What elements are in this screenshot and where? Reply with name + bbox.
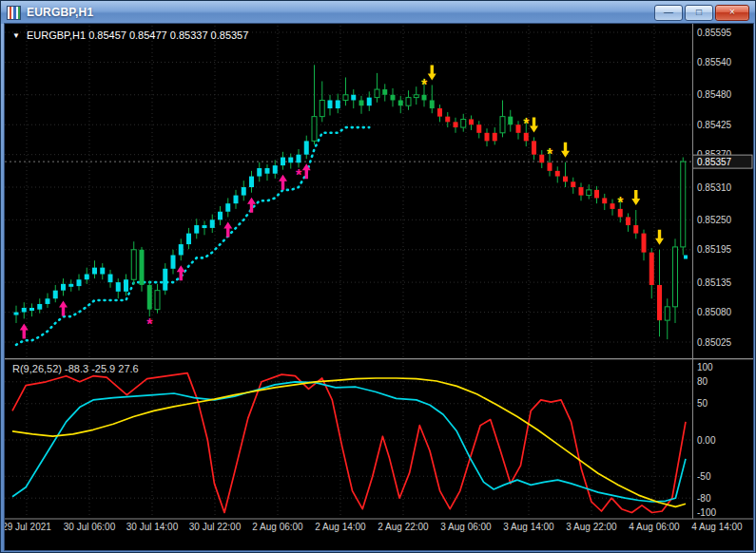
candle-body xyxy=(563,177,568,182)
candle-body xyxy=(328,100,333,108)
candle-body xyxy=(642,234,647,253)
candle-body xyxy=(163,269,167,291)
price-axis-label: 0.85135 xyxy=(697,277,732,288)
candle-body xyxy=(539,155,544,163)
candle-body xyxy=(673,247,678,307)
time-axis-label: 2 Aug 22:00 xyxy=(378,522,429,532)
candle-body xyxy=(391,95,396,101)
candle-body xyxy=(281,158,285,166)
candle-body xyxy=(249,177,254,187)
time-axis-label: 3 Aug 06:00 xyxy=(440,522,492,532)
candle-body xyxy=(587,190,591,196)
indicator-axis-label: -50 xyxy=(697,471,711,482)
indicator-axis-label: 50 xyxy=(697,398,708,409)
time-axis-label: 30 Jul 06:00 xyxy=(64,522,116,532)
time-axis-label: 4 Aug 14:00 xyxy=(691,522,743,532)
yellow-star-icon: * xyxy=(547,146,553,162)
candle-body xyxy=(14,313,19,315)
candle-body xyxy=(422,95,427,101)
candle-body xyxy=(116,282,121,292)
candle-body xyxy=(29,308,34,311)
window-titlebar[interactable]: EURGBP,H1 — □ × xyxy=(1,1,755,24)
chart-window-icon xyxy=(7,6,21,20)
mt4-chart-window: EURGBP,H1 — □ × 0.855950.855400.854800.8… xyxy=(0,0,756,553)
candle-body xyxy=(681,162,686,247)
candle-body xyxy=(594,190,599,199)
candle-body xyxy=(633,225,638,234)
sell-arrow-icon xyxy=(631,190,640,205)
candle-body xyxy=(382,89,387,95)
restore-button[interactable]: □ xyxy=(685,5,713,21)
candle-body xyxy=(124,279,128,292)
candle-body xyxy=(194,225,199,234)
candle-body xyxy=(131,250,136,279)
candle-body xyxy=(406,98,411,106)
sell-arrow-icon xyxy=(428,65,436,80)
candle-body xyxy=(77,279,82,286)
window-controls: — □ × xyxy=(654,5,749,21)
indicator-axis-label: 80 xyxy=(697,376,708,387)
candle-body xyxy=(649,253,654,285)
close-button[interactable]: × xyxy=(715,5,749,21)
candle-body xyxy=(22,308,27,313)
candle-body xyxy=(242,187,246,196)
trend-trail-line xyxy=(16,127,369,345)
buy-arrow-icon xyxy=(59,300,68,315)
candle-body xyxy=(359,100,364,105)
ohlc-info-label: EURGBP,H1 0.85457 0.85477 0.85337 0.8535… xyxy=(27,29,248,41)
indicator-axis-label: -80 xyxy=(697,493,711,504)
time-axis-label: 3 Aug 14:00 xyxy=(503,522,554,532)
candle-body xyxy=(155,291,160,310)
minimize-button[interactable]: — xyxy=(654,5,683,21)
chart-info-bar: ▼ EURGBP,H1 0.85457 0.85477 0.85337 0.85… xyxy=(12,29,248,41)
price-axis-label: 0.85540 xyxy=(697,57,732,67)
price-axis-label: 0.85025 xyxy=(697,337,732,348)
candle-body xyxy=(234,196,239,204)
price-axis-label: 0.85595 xyxy=(697,28,732,38)
indicator-axis-label: 100 xyxy=(697,362,713,372)
time-axis-label: 30 Jul 22:00 xyxy=(189,522,242,532)
candle-body xyxy=(186,234,191,244)
time-axis-label: 2 Aug 06:00 xyxy=(252,522,303,532)
candle-body xyxy=(524,133,529,142)
price-axis-label: 0.85195 xyxy=(697,244,732,255)
close-icon: × xyxy=(729,7,735,17)
candle-body xyxy=(626,217,630,225)
candle-body xyxy=(85,275,89,280)
candle-body xyxy=(140,250,145,285)
candle-body xyxy=(46,298,50,304)
indicator-line-fast xyxy=(12,373,686,513)
candle-body xyxy=(602,198,607,203)
price-axis-label: 0.85480 xyxy=(697,89,732,100)
collapse-icon[interactable]: ▼ xyxy=(12,31,20,40)
magenta-star-icon: * xyxy=(146,316,153,333)
buy-arrow-icon xyxy=(279,175,287,190)
candle-body xyxy=(179,244,184,255)
time-axis-label: 29 Jul 2021 xyxy=(5,522,51,532)
time-axis-label: 2 Aug 14:00 xyxy=(315,522,366,532)
candle-body xyxy=(53,291,58,299)
candle-body xyxy=(461,120,466,128)
window-title: EURGBP,H1 xyxy=(27,6,93,19)
candle-body xyxy=(367,98,372,106)
candle-body xyxy=(555,171,560,177)
candle-body xyxy=(210,219,215,228)
indicator-axis-label: 0.00 xyxy=(697,435,716,446)
sell-arrow-icon xyxy=(561,143,570,158)
yellow-star-icon: * xyxy=(617,195,624,211)
candle-body xyxy=(398,100,403,105)
candle-body xyxy=(437,108,442,117)
candle-body xyxy=(476,124,481,133)
chart-canvas[interactable]: 0.855950.855400.854800.854250.853700.853… xyxy=(5,24,753,550)
yellow-star-icon: * xyxy=(421,77,428,93)
candle-body xyxy=(320,100,324,116)
magenta-star-icon: * xyxy=(296,167,302,183)
candle-body xyxy=(273,165,278,174)
candle-body xyxy=(414,95,418,98)
indicator-label: R(9,26,52) -88.3 -25.9 27.6 xyxy=(12,363,139,374)
candle-body xyxy=(493,133,497,142)
candle-body xyxy=(351,95,356,101)
candle-body xyxy=(265,168,270,174)
candle-body xyxy=(500,117,505,133)
candle-body xyxy=(336,100,340,108)
